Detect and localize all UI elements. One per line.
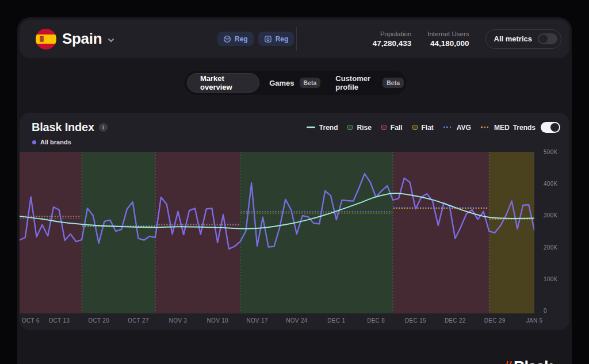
beta-badge: Beta	[383, 78, 404, 88]
tab-customer-profile[interactable]: Customer profile Beta	[335, 74, 404, 91]
legend-label: Flat	[422, 124, 434, 132]
trend-swatch-icon	[307, 127, 315, 128]
flat-swatch-icon	[412, 125, 418, 130]
all-metrics-switch[interactable]	[538, 33, 557, 44]
app-window: Spain Reg Reg Population 47,280,433	[17, 17, 572, 364]
x-tick: DEC 15	[405, 317, 426, 324]
y-tick: 500K	[544, 149, 558, 155]
switch-knob	[550, 123, 559, 132]
x-tick: DEC 29	[484, 317, 506, 324]
legend-label: MED	[494, 124, 510, 132]
chart-title: Blask Index	[32, 121, 94, 134]
avg-swatch-icon	[443, 127, 453, 128]
country-selector[interactable]: Spain	[36, 20, 114, 58]
legend-item-trend[interactable]: Trend	[307, 124, 338, 132]
tab-games[interactable]: Games Beta	[269, 78, 320, 88]
chart-header: Blask Index i TrendRiseFallFlatAVGMED Tr…	[20, 121, 569, 134]
casino-chip-icon	[264, 35, 272, 43]
x-tick: OCT 13	[49, 317, 70, 324]
all-metrics-label: All metrics	[494, 35, 532, 43]
all-brands-label: All brands	[40, 139, 71, 145]
blask-hash-icon: #	[504, 358, 512, 364]
population-label: Population	[373, 30, 412, 37]
all-metrics-toggle-button[interactable]: All metrics	[485, 29, 561, 49]
legend-item-med[interactable]: MED	[481, 124, 510, 132]
legend-item-flat[interactable]: Flat	[412, 124, 434, 132]
tab-label: Market overview	[200, 74, 246, 91]
x-tick: OCT 6	[22, 317, 40, 324]
legend-label: Trend	[319, 124, 338, 132]
trends-switch[interactable]	[541, 122, 560, 133]
trends-label: Trends	[513, 124, 536, 132]
header-bar: Spain Reg Reg Population 47,280,433	[20, 20, 569, 58]
x-tick: NOV 17	[246, 317, 267, 324]
legend-item-avg[interactable]: AVG	[443, 124, 471, 132]
country-name: Spain	[62, 30, 102, 48]
fall-swatch-icon	[381, 125, 387, 130]
screenshot-root: Spain Reg Reg Population 47,280,433	[0, 0, 589, 364]
legend-label: Fall	[391, 124, 403, 132]
legend-label: AVG	[457, 124, 471, 132]
x-tick: NOV 10	[207, 317, 228, 324]
internet-users-stat: Internet Users 44,180,000	[427, 30, 469, 48]
legend-item-rise[interactable]: Rise	[347, 124, 371, 132]
flag-emblem	[40, 36, 44, 42]
x-tick: NOV 3	[169, 317, 188, 324]
blask-index-card: Blask Index i TrendRiseFallFlatAVGMED Tr…	[20, 113, 569, 330]
spain-flag-icon	[36, 29, 56, 49]
y-tick: 0	[544, 308, 547, 314]
header-stats: Population 47,280,433 Internet Users 44,…	[373, 20, 561, 58]
chart-legend: TrendRiseFallFlatAVGMED	[307, 124, 510, 132]
population-stat: Population 47,280,433	[373, 30, 412, 48]
sports-ball-icon	[223, 35, 231, 43]
casino-reg-badge[interactable]: Reg	[258, 32, 294, 46]
reg-badge-label: Reg	[235, 35, 248, 43]
x-tick: DEC 22	[445, 317, 466, 324]
reg-badges: Reg Reg	[217, 32, 294, 46]
sports-reg-badge[interactable]: Reg	[217, 32, 254, 46]
legend-label: Rise	[357, 124, 371, 132]
info-icon[interactable]: i	[99, 123, 108, 132]
legend-item-fall[interactable]: Fall	[381, 124, 403, 132]
internet-users-value: 44,180,000	[427, 39, 469, 48]
blask-logo: # Blask	[504, 358, 552, 364]
population-value: 47,280,433	[373, 39, 412, 48]
trends-toggle-group: Trends	[513, 122, 560, 133]
y-tick: 300K	[544, 212, 558, 219]
y-tick: 100K	[544, 275, 558, 282]
x-tick: DEC 8	[367, 317, 385, 324]
y-tick: 200K	[544, 244, 558, 250]
all-brands-dot-icon	[32, 140, 36, 144]
internet-users-label: Internet Users	[427, 30, 469, 37]
beta-badge: Beta	[300, 78, 321, 88]
reg-badge-label: Reg	[276, 35, 289, 43]
x-tick: OCT 27	[128, 317, 149, 324]
tab-market-overview[interactable]: Market overview	[187, 73, 259, 93]
blask-logo-text: Blask	[514, 358, 552, 364]
chevron-down-icon	[108, 38, 114, 43]
x-tick: NOV 24	[286, 317, 307, 324]
tab-bar: Market overview Games Beta Customer prof…	[185, 71, 406, 95]
y-tick: 400K	[544, 181, 558, 187]
chart-svg	[20, 152, 534, 313]
header-divider	[296, 27, 297, 51]
rise-swatch-icon	[347, 125, 353, 130]
tab-label: Games	[269, 79, 294, 87]
x-tick: JAN 5	[526, 317, 543, 324]
series-label-group: All brands	[32, 139, 71, 145]
x-tick: OCT 20	[88, 317, 109, 324]
x-tick: DEC 1	[327, 317, 345, 324]
switch-knob	[539, 35, 548, 43]
tab-label: Customer profile	[335, 74, 377, 91]
med-swatch-icon	[481, 127, 490, 128]
